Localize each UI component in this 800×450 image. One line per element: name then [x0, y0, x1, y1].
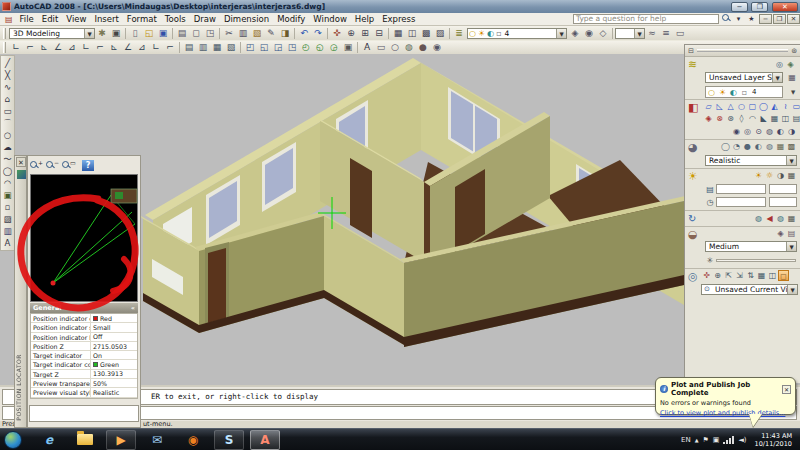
visual-styles-panel-icon[interactable]: ◕	[688, 142, 698, 154]
ucs-icon[interactable]: ∟	[9, 41, 23, 54]
tray-app-icon[interactable]: ▣	[713, 436, 720, 444]
property-value[interactable]: Realistic	[91, 388, 137, 396]
layers-panel-icon[interactable]: ≋	[688, 59, 697, 71]
torus-primitive-icon[interactable]: ◯	[758, 101, 769, 112]
sky-icon[interactable]: ☼	[764, 170, 775, 181]
render-region-icon[interactable]: ○	[388, 41, 402, 54]
helix-icon[interactable]: ≀	[780, 101, 791, 112]
revolve-icon[interactable]: ◠	[747, 113, 758, 124]
help-icon[interactable]: ?	[82, 160, 94, 171]
toolbar-grip[interactable]	[3, 42, 6, 53]
layer-freeze-icon[interactable]: ☀	[717, 87, 728, 98]
wedge-primitive-icon[interactable]: ◺	[714, 101, 725, 112]
locator-preview[interactable]	[30, 174, 138, 302]
publish-icon[interactable]: ◳	[203, 27, 217, 40]
property-row[interactable]: Target indicatorOn	[31, 351, 137, 360]
named-views-icon[interactable]: ▤	[182, 41, 196, 54]
zoom-tool-icon[interactable]: ⊕	[712, 270, 723, 281]
3d-align-icon[interactable]: ◍	[764, 126, 775, 137]
spline-icon[interactable]: 〜	[1, 153, 14, 165]
revision-cloud-icon[interactable]: ☁	[1, 141, 14, 153]
property-row[interactable]: Preview transparency50%	[31, 379, 137, 388]
clock[interactable]: 11:43 AM 10/11/2010	[751, 432, 796, 448]
property-value[interactable]: 50%	[91, 379, 137, 387]
collapse-section-icon[interactable]: «	[131, 303, 135, 313]
panel-properties-icon[interactable]: ⊛	[791, 47, 797, 55]
new-file-icon[interactable]: ▯	[128, 27, 142, 40]
menu-tools[interactable]: Tools	[161, 14, 190, 24]
ucs-face-icon[interactable]: ∠	[51, 41, 65, 54]
menu-draw[interactable]: Draw	[190, 14, 220, 24]
subtract-icon[interactable]: ◎	[742, 126, 753, 137]
menu-dimension[interactable]: Dimension	[220, 14, 273, 24]
sun-date-icon[interactable]: ▤	[703, 183, 717, 196]
construction-line-icon[interactable]: ╳	[1, 69, 14, 81]
menu-window[interactable]: Window	[309, 14, 351, 24]
walk-icon[interactable]: ⇱	[723, 270, 734, 281]
media-player-icon[interactable]: ▶	[106, 430, 136, 450]
materials-library-icon[interactable]: ▤	[786, 228, 797, 239]
minimize-button[interactable]: −	[731, 2, 748, 12]
mdi-restore-button[interactable]: ❐	[773, 14, 786, 24]
menu-modify[interactable]: Modify	[273, 14, 309, 24]
workspace-settings-icon[interactable]: ✱	[95, 27, 109, 40]
sheet-set-manager-icon[interactable]: ▨	[433, 27, 447, 40]
chevron-down-icon[interactable]: ▼	[786, 242, 796, 251]
property-row[interactable]: Target indicator colorGreen	[31, 360, 137, 369]
linetype-icon[interactable]: ≈	[645, 27, 659, 40]
internet-explorer-icon[interactable]: e	[34, 430, 64, 450]
continuous-orbit-icon[interactable]: ◶	[327, 41, 341, 54]
edge-overhang-icon[interactable]: ▦	[775, 141, 786, 152]
sun-date-field[interactable]	[716, 184, 766, 194]
close-button[interactable]: ✕	[772, 2, 798, 12]
render-settings-icon[interactable]: ◉	[430, 41, 444, 54]
menu-help[interactable]: Help	[351, 14, 378, 24]
circle-icon[interactable]: ○	[1, 129, 14, 141]
property-row[interactable]: Position indicator bli...Off	[31, 333, 137, 342]
firefox-icon[interactable]: ◉	[178, 430, 208, 450]
menu-express[interactable]: Express	[378, 14, 419, 24]
wireframe-style-icon[interactable]: ◰	[243, 41, 257, 54]
extrude-icon[interactable]: ⊗	[714, 113, 725, 124]
chevron-down-icon[interactable]: ▼	[634, 29, 644, 38]
layer-on-icon[interactable]: ○	[469, 29, 476, 38]
toolbar-grip[interactable]	[3, 28, 6, 39]
search-icon[interactable]	[719, 14, 732, 25]
balloon-close-icon[interactable]: ✕	[782, 385, 791, 394]
render-arrow-icon[interactable]: ◀	[764, 213, 775, 224]
material-quality-combo[interactable]: Medium ▼	[705, 241, 797, 252]
chevron-down-icon[interactable]: ▼	[786, 156, 796, 165]
property-row[interactable]: Preview visual styleRealistic	[31, 388, 137, 397]
zoom-window-icon[interactable]: ⊞	[358, 27, 372, 40]
thunderbird-icon[interactable]: ✉	[142, 430, 172, 450]
workspace-combo[interactable]: 3D Modeling ▼	[9, 28, 95, 39]
ucs-apply-icon[interactable]: ⌐	[163, 41, 177, 54]
current-view-combo[interactable]: ⊙ Unsaved Current View ▼	[701, 284, 798, 295]
mdi-minimize-button[interactable]: −	[759, 14, 772, 24]
zoom-in-icon[interactable]: +	[30, 159, 46, 172]
ucs-object-icon[interactable]: ⊿	[65, 41, 79, 54]
animation-icon[interactable]: ▦	[756, 270, 767, 281]
menu-view[interactable]: View	[62, 14, 90, 24]
render-environment-icon[interactable]: ◍	[753, 213, 764, 224]
iso-view-icon[interactable]: ▧	[224, 41, 238, 54]
materials-panel-icon[interactable]: ◒	[688, 229, 698, 241]
property-row[interactable]: Target Z130.3913	[31, 370, 137, 379]
property-value[interactable]: Green	[91, 360, 137, 368]
display-settings-icon[interactable]: ▣	[109, 27, 123, 40]
zoom-previous-icon[interactable]: ⊟	[372, 27, 386, 40]
chevron-down-icon[interactable]: ▼	[556, 29, 566, 38]
realistic-style-icon[interactable]: ◲	[271, 41, 285, 54]
presspull-icon[interactable]: ⊛	[725, 113, 736, 124]
windows-explorer-icon[interactable]	[70, 430, 100, 450]
palette-autohide-icon[interactable]	[17, 170, 26, 179]
zoom-extents-icon[interactable]: ▭	[62, 159, 78, 172]
render-world-icon[interactable]: ◍	[775, 213, 786, 224]
ucs-previous-icon[interactable]: ⊾	[37, 41, 51, 54]
paste-icon[interactable]: ▧	[250, 27, 264, 40]
maximize-button[interactable]: ❐	[751, 2, 768, 12]
action-center-flag-icon[interactable]: ⚑	[703, 436, 709, 444]
3d-move-icon[interactable]: ◐	[775, 126, 786, 137]
rectangle-icon[interactable]: ▭	[1, 105, 14, 117]
property-value[interactable]: Red	[91, 314, 137, 322]
